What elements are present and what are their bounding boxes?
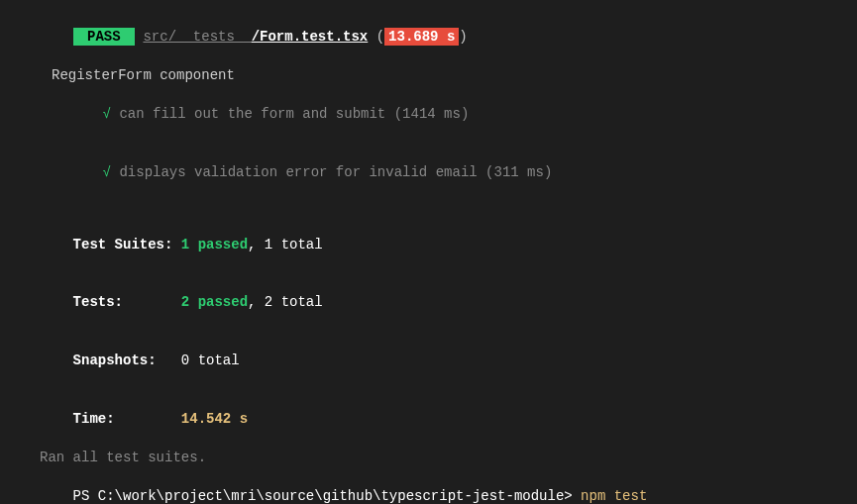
prompt-command: npm test [581, 488, 647, 504]
summary-snapshots: Snapshots: 0 total [0, 333, 857, 391]
prompt-path: PS C:\work\project\mri\source\github\typ… [73, 488, 581, 504]
check-icon: √ [103, 106, 111, 122]
test-path-dir: src/__tests__ [143, 29, 251, 45]
summary-suites: Test Suites: 1 passed, 1 total [0, 216, 857, 274]
test-file-header: PASS src/__tests__/Form.test.tsx (13.689… [0, 8, 857, 66]
summary-tests: Tests: 2 passed, 2 total [0, 274, 857, 333]
pass-badge: PASS [73, 28, 135, 46]
terminal-output: PASS src/__tests__/Form.test.tsx (13.689… [0, 8, 857, 504]
test-duration: (311 ms) [485, 164, 552, 180]
duration-badge: 13.689 s [384, 28, 459, 46]
test-label: can fill out the form and submit [119, 106, 385, 122]
test-duration: (1414 ms) [394, 106, 470, 122]
ran-all-suites: Ran all test suites. [0, 449, 857, 468]
summary-time: Time: 14.542 s [0, 390, 857, 449]
test-label: displays validation error for invalid em… [119, 164, 477, 180]
shell-prompt[interactable]: PS C:\work\project\mri\source\github\typ… [0, 468, 857, 504]
test-result: √ can fill out the form and submit (1414… [0, 85, 857, 144]
check-icon: √ [103, 164, 111, 180]
test-result: √ displays validation error for invalid … [0, 144, 857, 202]
suite-name: RegisterForm component [0, 66, 857, 86]
test-path-file: /Form.test.tsx [252, 29, 369, 45]
